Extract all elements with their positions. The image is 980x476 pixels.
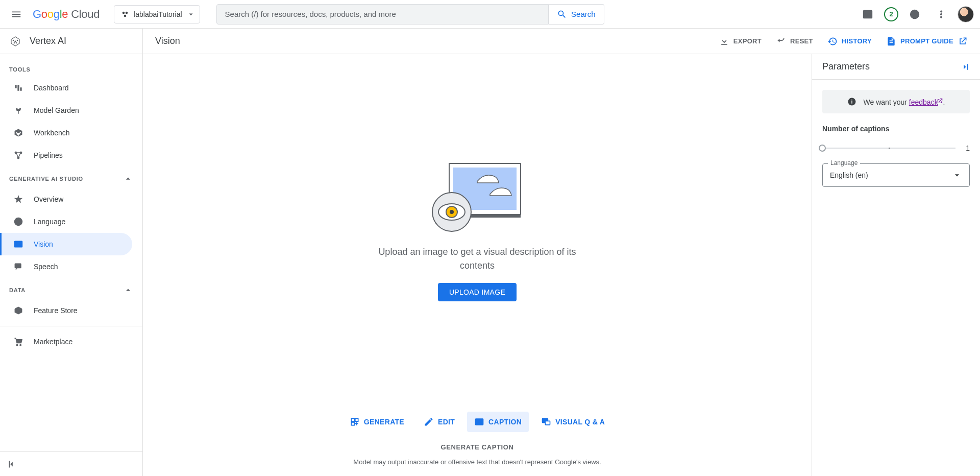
more-vert-icon (936, 9, 947, 20)
tab-edit[interactable]: EDIT (416, 412, 462, 432)
sidebar-item-model-garden[interactable]: Model Garden (0, 99, 132, 122)
product-header: Vertex AI (0, 29, 142, 54)
svg-point-11 (14, 42, 14, 43)
svg-point-9 (13, 40, 13, 40)
history-icon (827, 36, 838, 46)
section-tools: TOOLS (0, 59, 142, 77)
external-link-icon (936, 98, 943, 105)
history-button[interactable]: HISTORY (827, 36, 872, 46)
overview-icon (13, 194, 23, 204)
search-wrap: Search (/) for resources, docs, products… (216, 4, 604, 25)
slider-thumb[interactable] (819, 145, 826, 152)
info-icon (847, 97, 856, 106)
sidebar-item-dashboard[interactable]: Dashboard (0, 77, 132, 99)
chevron-up-icon (123, 285, 133, 295)
tab-caption[interactable]: CAPTION (467, 412, 529, 432)
feedback-box: We want your feedback . (822, 90, 970, 113)
help-icon (909, 9, 920, 20)
undo-icon (776, 36, 786, 46)
collapse-sidebar-icon[interactable] (6, 459, 17, 470)
sidebar-nav: TOOLS Dashboard Model Garden Workbench P… (0, 54, 142, 451)
help-button[interactable] (904, 4, 925, 25)
header-actions: EXPORT RESET HISTORY PROMPT GUIDE (719, 36, 968, 46)
language-select-value: English (en) (830, 171, 868, 179)
mode-tabs: GENERATE EDIT CAPTION VISUAL Q & A (143, 405, 812, 438)
section-generative-ai[interactable]: GENERATIVE AI STUDIO (0, 166, 142, 188)
vqa-icon (541, 417, 551, 427)
num-captions-slider[interactable]: 1 (822, 144, 970, 152)
caption-section: GENERATE CAPTION Model may output inaccu… (143, 438, 812, 476)
tab-generate[interactable]: GENERATE (342, 412, 411, 432)
section-data[interactable]: DATA (0, 278, 142, 299)
search-button[interactable]: Search (549, 4, 604, 25)
sidebar-item-overview[interactable]: Overview (0, 188, 132, 210)
sidebar-item-language[interactable]: Language (0, 210, 132, 233)
workbench-icon (13, 128, 23, 138)
dashboard-icon (13, 83, 23, 93)
svg-point-34 (851, 100, 852, 101)
sidebar-item-pipelines[interactable]: Pipelines (0, 144, 132, 166)
feedback-text: We want your feedback . (864, 98, 945, 106)
reset-button[interactable]: RESET (776, 36, 813, 46)
slider-tick (889, 148, 890, 149)
search-placeholder: Search (/) for resources, docs, products… (225, 10, 396, 18)
search-icon (557, 9, 567, 19)
project-icon (120, 10, 130, 19)
project-selector[interactable]: lablabaiTutorial (114, 5, 200, 23)
edit-icon (424, 417, 434, 427)
svg-rect-19 (15, 264, 21, 268)
tab-visual-qa[interactable]: VISUAL Q & A (534, 412, 612, 432)
sidebar-item-speech[interactable]: Speech (0, 255, 132, 278)
marketplace-icon (13, 337, 23, 347)
language-select[interactable]: Language English (en) (822, 163, 970, 187)
main-body: Upload an image to get a visual descript… (143, 54, 980, 476)
svg-point-15 (17, 157, 19, 158)
account-avatar[interactable] (958, 6, 974, 22)
chevron-up-icon (123, 174, 133, 184)
svg-rect-3 (864, 10, 872, 18)
pipelines-icon (13, 150, 23, 160)
feedback-link[interactable]: feedback (909, 98, 938, 106)
sidebar-divider (0, 326, 142, 326)
sidebar-footer (0, 451, 142, 476)
document-icon (886, 36, 896, 46)
parameters-panel: Parameters We want your feedback . Numbe… (812, 54, 980, 476)
cloud-shell-icon (862, 9, 873, 20)
upload-image-button[interactable]: UPLOAD IMAGE (438, 283, 517, 301)
export-button[interactable]: EXPORT (719, 36, 762, 46)
svg-point-5 (940, 10, 942, 12)
parameters-body: We want your feedback . Number of captio… (812, 80, 980, 197)
main-header: Vision EXPORT RESET HISTORY PROMPT GUIDE (143, 29, 980, 54)
trial-badge[interactable]: 2 (884, 7, 898, 21)
sidebar-item-feature-store[interactable]: Feature Store (0, 299, 132, 322)
svg-rect-33 (851, 101, 852, 104)
sidebar-item-vision[interactable]: Vision (0, 233, 132, 255)
svg-point-6 (940, 13, 942, 15)
collapse-panel-icon[interactable] (960, 62, 970, 72)
logo-google: Google (33, 8, 68, 21)
prompt-guide-button[interactable]: PROMPT GUIDE (886, 36, 968, 46)
caret-down-icon (952, 170, 962, 180)
upload-illustration (429, 158, 526, 235)
menu-button[interactable] (6, 4, 27, 25)
cloud-shell-button[interactable] (857, 4, 878, 25)
logo-cloud-text: Cloud (71, 8, 100, 21)
svg-rect-31 (546, 421, 550, 425)
main: Vision EXPORT RESET HISTORY PROMPT GUIDE (143, 29, 980, 476)
upload-instructions: Upload an image to get a visual descript… (365, 245, 590, 273)
svg-point-14 (20, 152, 21, 153)
sidebar-item-marketplace[interactable]: Marketplace (0, 330, 132, 353)
search-input[interactable]: Search (/) for resources, docs, products… (216, 4, 549, 25)
more-button[interactable] (931, 4, 951, 25)
svg-point-0 (122, 11, 125, 14)
sidebar: Vertex AI TOOLS Dashboard Model Garden W… (0, 29, 143, 476)
hamburger-icon (11, 9, 22, 20)
sidebar-item-workbench[interactable]: Workbench (0, 122, 132, 144)
canvas: Upload an image to get a visual descript… (143, 54, 812, 476)
google-cloud-logo[interactable]: Google Cloud (33, 8, 100, 21)
product-name: Vertex AI (30, 36, 66, 46)
caption-note: Model may output inaccurate or offensive… (153, 458, 801, 466)
vision-icon (13, 239, 23, 249)
svg-point-2 (124, 14, 127, 17)
svg-point-12 (16, 42, 16, 43)
